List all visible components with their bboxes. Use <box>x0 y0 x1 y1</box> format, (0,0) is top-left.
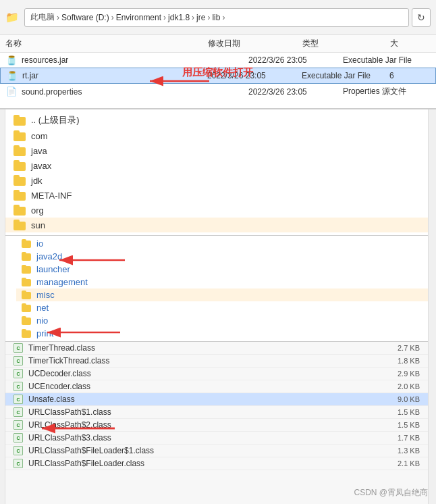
class-icon-urlfileloader: C <box>13 459 23 468</box>
class-icon-urlclasspath3: C <box>13 433 23 443</box>
io-folder-icon <box>22 239 32 248</box>
class-size-urlclasspath1: 1.5 KB <box>379 408 420 416</box>
subfolder-io-label: io <box>36 238 43 249</box>
file-type-rtjar: Executable Jar File <box>302 71 389 80</box>
folder-jdk[interactable]: jdk <box>5 173 428 188</box>
parent-dir-label: .. (上级目录) <box>31 114 80 126</box>
subfolder-misc[interactable]: misc <box>16 288 428 301</box>
com-folder-icon <box>13 130 27 141</box>
class-row-ucencoder[interactable]: C UCEncoder.class 2.0 KB <box>5 380 428 393</box>
folder-com-label: com <box>31 131 48 141</box>
class-icon-urlfileloader1: C <box>13 446 23 455</box>
class-row-timerthread[interactable]: C TimerThread.class 2.7 KB <box>5 342 428 355</box>
java2d-folder-icon <box>22 252 32 261</box>
javax-folder-icon <box>13 160 27 171</box>
class-name-urlfileloader: URLClassPath$FileLoader.class <box>28 459 379 468</box>
breadcrumb-jre[interactable]: jre <box>196 13 205 22</box>
col-type-header: 类型 <box>302 38 390 49</box>
col-name-header[interactable]: 名称 <box>5 38 208 49</box>
folder-metainf[interactable]: META-INF <box>5 188 428 203</box>
folder-sun[interactable]: sun <box>5 218 428 232</box>
breadcrumb-drive[interactable]: Software (D:) <box>61 13 109 22</box>
col-size-header: 大 <box>390 38 431 49</box>
class-row-unsafe[interactable]: C Unsafe.class 9.0 KB <box>5 393 428 406</box>
breadcrumb-env[interactable]: Environment <box>116 13 161 22</box>
class-name-urlfileloader1: URLClassPath$FileLoader$1.class <box>28 446 379 455</box>
properties-file-icon: 📄 <box>5 86 18 97</box>
file-row-rtjar[interactable]: 🫙 rt.jar 2022/3/26 23:05 Executable Jar … <box>0 68 436 84</box>
folder-javax[interactable]: javax <box>5 158 428 173</box>
folder-parent[interactable]: .. (上级目录) <box>5 112 428 128</box>
class-name-unsafe: Unsafe.class <box>28 395 379 404</box>
class-name-urlclasspath3: URLClassPath$3.class <box>28 433 379 443</box>
sep3: › <box>163 13 166 22</box>
sep2: › <box>111 13 114 22</box>
class-name-ucencoder: UCEncoder.class <box>28 382 379 391</box>
breadcrumb-pc[interactable]: 此电脑 <box>30 11 55 23</box>
subfolder-management[interactable]: management <box>16 276 428 288</box>
java-folder-icon <box>13 145 27 156</box>
subfolder-java2d[interactable]: java2d <box>16 250 428 263</box>
management-folder-icon <box>22 278 32 286</box>
file-row-resources[interactable]: 🫙 resources.jar 2022/3/26 23:05 Executab… <box>0 53 436 68</box>
lower-container: .. (上级目录) com java javax jdk <box>0 109 436 504</box>
subfolder-nio-label: nio <box>36 316 48 326</box>
file-date-rtjar: 2022/3/26 23:05 <box>207 71 302 80</box>
class-row-urlclasspath2[interactable]: C URLClassPath$2.class 1.5 KB <box>5 419 428 432</box>
subfolder-io[interactable]: io <box>16 237 428 250</box>
folder-org[interactable]: org <box>5 203 428 218</box>
file-type-sound: Properties 源文件 <box>343 86 431 97</box>
breadcrumb-bar[interactable]: 此电脑 › Software (D:) › Environment › jdk1… <box>24 8 409 27</box>
class-name-urlclasspath1: URLClassPath$1.class <box>28 407 379 417</box>
class-row-urlfileloader[interactable]: C URLClassPath$FileLoader.class 2.1 KB <box>5 457 428 470</box>
class-row-ucdecoder[interactable]: C UCDecoder.class 2.9 KB <box>5 368 428 380</box>
folder-javax-label: javax <box>31 161 51 171</box>
class-name-timertickthread: TimerTickThread.class <box>28 356 379 366</box>
org-folder-icon <box>13 205 27 216</box>
class-row-urlclasspath1[interactable]: C URLClassPath$1.class 1.5 KB <box>5 406 428 419</box>
jdk-folder-icon <box>13 175 27 186</box>
refresh-button[interactable]: ↻ <box>412 8 431 27</box>
subfolder-print[interactable]: print <box>16 327 428 340</box>
file-name-rtjar: rt.jar <box>22 71 207 80</box>
metainf-folder-icon <box>13 190 27 201</box>
sep5: › <box>207 13 210 22</box>
breadcrumb-lib[interactable]: lib <box>212 13 220 22</box>
file-name-sound: sound.properties <box>22 87 248 97</box>
class-row-urlclasspath3[interactable]: C URLClassPath$3.class 1.7 KB <box>5 432 428 445</box>
launcher-folder-icon <box>22 265 32 274</box>
main-content: .. (上级目录) com java javax jdk <box>5 109 428 504</box>
class-size-urlclasspath3: 1.7 KB <box>379 434 420 442</box>
class-icon-timertickthread: C <box>13 356 23 366</box>
folder-java[interactable]: java <box>5 143 428 158</box>
file-date-resources: 2022/3/26 23:05 <box>248 55 343 65</box>
folder-icon-btn[interactable]: 📁 <box>5 11 19 24</box>
class-name-urlclasspath2: URLClassPath$2.class <box>28 420 379 430</box>
upper-file-panel: 名称 修改日期 类型 大 🫙 resources.jar 2022/3/26 2… <box>0 35 436 109</box>
folder-java-label: java <box>31 146 47 156</box>
class-row-urlfileloader1[interactable]: C URLClassPath$FileLoader$1.class 1.3 KB <box>5 445 428 457</box>
class-row-timertickthread[interactable]: C TimerTickThread.class 1.8 KB <box>5 355 428 368</box>
file-name-resources: resources.jar <box>22 55 248 65</box>
subfolder-nio[interactable]: nio <box>16 314 428 327</box>
class-size-ucencoder: 2.0 KB <box>379 382 420 390</box>
file-row-sound[interactable]: 📄 sound.properties 2022/3/26 23:05 Prope… <box>0 84 436 99</box>
print-folder-icon <box>22 329 32 338</box>
right-scrollbar[interactable] <box>428 109 436 504</box>
subfolder-launcher[interactable]: launcher <box>16 263 428 276</box>
breadcrumb-jdk[interactable]: jdk1.8 <box>168 13 190 22</box>
folder-metainf-label: META-INF <box>31 191 72 201</box>
folder-org-label: org <box>31 205 44 216</box>
sep1: › <box>57 13 59 22</box>
subfolder-launcher-label: launcher <box>36 264 70 274</box>
class-name-timerthread: TimerThread.class <box>28 343 379 353</box>
parent-folder-icon <box>13 115 27 126</box>
class-name-ucdecoder: UCDecoder.class <box>28 369 379 378</box>
left-sidebar <box>0 109 5 504</box>
class-size-unsafe: 9.0 KB <box>379 395 420 403</box>
folder-jdk-label: jdk <box>31 176 43 186</box>
subfolder-print-label: print <box>36 328 53 338</box>
subfolder-net[interactable]: net <box>16 301 428 314</box>
folder-com[interactable]: com <box>5 128 428 143</box>
sun-folder-icon <box>13 220 27 230</box>
